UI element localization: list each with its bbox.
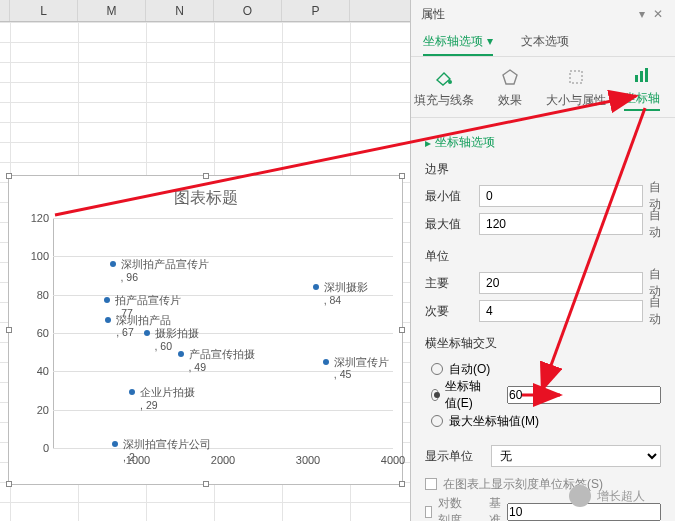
max-input[interactable] [479,213,643,235]
fill-line-button[interactable]: 填充与线条 [411,57,477,117]
paint-bucket-icon [433,66,455,88]
units-heading: 单位 [425,248,661,265]
data-label: 深圳宣传片, 45 [334,356,389,381]
bounds-heading: 边界 [425,161,661,178]
crosses-value-input[interactable] [507,386,661,404]
col-O[interactable]: O [214,0,282,21]
svg-rect-4 [640,71,643,82]
size-icon [565,66,587,88]
data-point[interactable] [323,359,329,365]
max-label: 最大值 [425,216,473,233]
show-unit-label-checkbox[interactable] [425,478,437,490]
data-label: 深圳拍宣传片公司, 2 [123,438,211,463]
major-label: 主要 [425,275,473,292]
crosses-heading: 横坐标轴交叉 [425,335,661,352]
col-M[interactable]: M [78,0,146,21]
crosses-value-radio[interactable]: 坐标轴值(E) [425,382,661,408]
log-scale-label: 对数刻度 [438,495,463,521]
max-auto[interactable]: 自动 [649,207,661,241]
data-point[interactable] [110,261,116,267]
chevron-down-icon: ▾ [487,34,493,48]
major-input[interactable] [479,272,643,294]
col-L[interactable]: L [10,0,78,21]
log-scale-checkbox[interactable] [425,506,432,518]
col-N[interactable]: N [146,0,214,21]
svg-marker-1 [503,70,517,84]
data-label: 企业片拍摄, 29 [140,386,195,411]
svg-rect-5 [645,68,648,82]
data-point[interactable] [144,330,150,336]
data-label: 产品宣传拍摄, 49 [189,348,255,373]
data-point[interactable] [105,317,111,323]
data-point[interactable] [313,284,319,290]
close-icon[interactable]: ✕ [651,7,665,21]
format-axis-panel: 属性 ▾ ✕ 坐标轴选项▾ 文本选项 填充与线条 效果 大小与属性 坐标轴 坐标… [410,0,675,521]
svg-rect-2 [570,71,582,83]
data-point[interactable] [112,441,118,447]
display-unit-label: 显示单位 [425,448,485,465]
panel-menu-icon[interactable]: ▾ [639,7,645,21]
data-point[interactable] [129,389,135,395]
minor-auto[interactable]: 自动 [649,294,661,328]
tab-axis-options[interactable]: 坐标轴选项▾ [423,32,493,56]
svg-rect-3 [635,75,638,82]
watermark: 增长超人 [569,485,645,507]
svg-point-0 [448,80,452,84]
data-label: 深圳摄影, 84 [324,281,368,306]
plot-area[interactable]: 0204060801001201000200030004000深圳拍产品宣传片,… [53,218,393,448]
crosses-max-radio[interactable]: 最大坐标轴值(M) [425,408,661,434]
pentagon-icon [499,66,521,88]
size-props-button[interactable]: 大小与属性 [543,57,609,117]
chart-title[interactable]: 图表标题 [9,188,402,209]
col-P[interactable]: P [282,0,350,21]
bar-chart-icon [631,64,653,86]
panel-title: 属性 [421,6,639,23]
min-input[interactable] [479,185,643,207]
column-headers: L M N O P [0,0,410,22]
chart[interactable]: 图表标题 0204060801001201000200030004000深圳拍产… [8,175,403,485]
effects-button[interactable]: 效果 [477,57,543,117]
data-label: 深圳拍产品宣传片, 96 [121,258,209,283]
data-point[interactable] [104,297,110,303]
minor-label: 次要 [425,303,473,320]
log-base-label: 基准 [489,495,501,521]
tab-text-options[interactable]: 文本选项 [521,32,569,56]
axis-options-section[interactable]: 坐标轴选项 [425,134,661,151]
data-point[interactable] [178,351,184,357]
minor-input[interactable] [479,300,643,322]
axis-button[interactable]: 坐标轴 [609,57,675,117]
min-label: 最小值 [425,188,473,205]
display-unit-select[interactable]: 无 [491,445,661,467]
